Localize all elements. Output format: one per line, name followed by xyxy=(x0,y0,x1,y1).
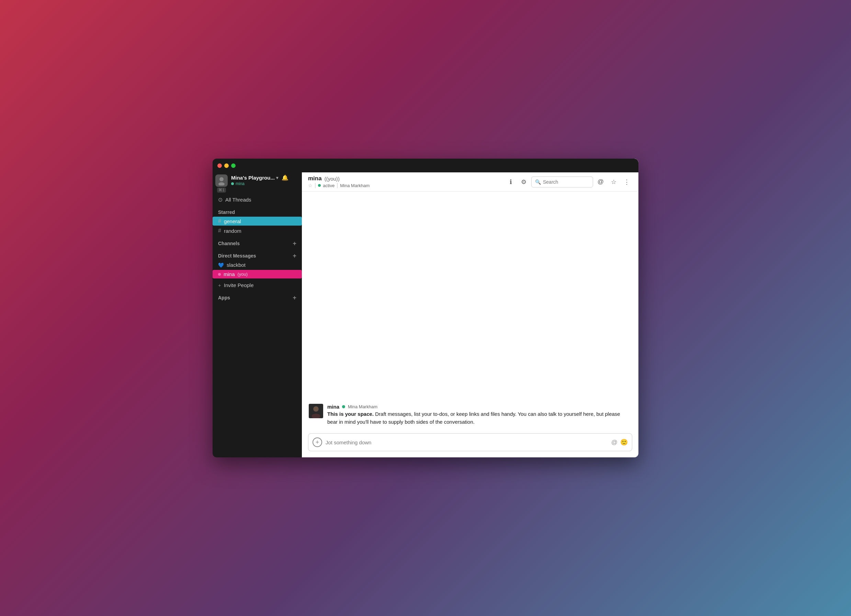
at-input-button[interactable]: @ xyxy=(611,439,618,446)
sidebar-dm-header: Direct Messages + xyxy=(213,248,302,260)
sidebar-starred-header: Starred xyxy=(213,205,302,216)
star-button[interactable]: ☆ xyxy=(608,176,619,188)
plus-invite-icon: + xyxy=(218,282,221,288)
header-star-icon[interactable]: ☆ xyxy=(308,183,313,188)
message-content: mina Mina Markham This is your space. Dr… xyxy=(327,404,631,426)
sidebar-header: ⌘1 Mina's Playgrou... ▾ 🔔 mina xyxy=(213,172,302,195)
at-icon: @ xyxy=(598,178,604,185)
sidebar-item-slackbot[interactable]: 💙 slackbot xyxy=(213,261,302,269)
header-actions: ℹ ⚙ 🔍 @ ☆ ⋮ xyxy=(505,176,632,188)
search-box[interactable]: 🔍 xyxy=(531,176,593,188)
sidebar-item-invite-people[interactable]: + Invite People xyxy=(213,281,302,290)
plus-icon: + xyxy=(316,439,319,446)
chat-name: mina xyxy=(308,175,322,182)
main-content: mina ((you)) ☆ | active | Mina Markham ℹ xyxy=(302,159,638,457)
chat-you-label: ((you)) xyxy=(325,176,340,182)
workspace-name[interactable]: Mina's Playgrou... ▾ 🔔 xyxy=(231,174,299,181)
svg-point-0 xyxy=(220,177,224,181)
sidebar: ⌘1 Mina's Playgrou... ▾ 🔔 mina ⊙ All Thr… xyxy=(213,159,302,457)
channel-hash-random: # xyxy=(218,228,221,234)
search-input[interactable] xyxy=(543,179,589,185)
avatar-image xyxy=(309,404,323,418)
info-icon: ℹ xyxy=(510,178,512,186)
message-input[interactable] xyxy=(326,440,608,445)
star-icon2: ☆ xyxy=(611,178,616,186)
avatar[interactable] xyxy=(215,174,228,187)
message-full-name: Mina Markham xyxy=(348,404,377,409)
settings-button[interactable]: ⚙ xyxy=(518,176,529,188)
chat-meta-row: ☆ | active | Mina Markham xyxy=(308,182,502,188)
workspace-info: Mina's Playgrou... ▾ 🔔 mina xyxy=(228,174,299,186)
gear-icon: ⚙ xyxy=(521,178,526,186)
author-online-dot xyxy=(342,405,345,408)
input-area: + @ 🙂 xyxy=(302,429,638,457)
sidebar-nav: ⊙ All Threads Starred # general # random… xyxy=(213,195,302,457)
message-avatar xyxy=(309,404,323,418)
add-dm-button[interactable]: + xyxy=(293,253,296,259)
maximize-button[interactable] xyxy=(231,164,236,168)
active-dot xyxy=(318,184,321,187)
add-channel-button[interactable]: + xyxy=(293,240,296,246)
input-actions: @ 🙂 xyxy=(611,439,628,446)
sidebar-channels-header: Channels + xyxy=(213,236,302,248)
more-button[interactable]: ⋮ xyxy=(621,176,632,188)
active-label: active xyxy=(323,183,334,188)
slackbot-heart-icon: 💙 xyxy=(218,262,224,268)
search-icon: 🔍 xyxy=(535,179,541,185)
messages-area: mina Mina Markham This is your space. Dr… xyxy=(302,192,638,429)
threads-icon: ⊙ xyxy=(218,197,223,203)
message-input-box: + @ 🙂 xyxy=(308,433,632,451)
sidebar-item-all-threads[interactable]: ⊙ All Threads xyxy=(213,195,302,204)
bell-icon[interactable]: 🔔 xyxy=(282,174,289,181)
more-icon: ⋮ xyxy=(624,178,630,186)
message-block: mina Mina Markham This is your space. Dr… xyxy=(309,400,631,429)
svg-point-5 xyxy=(314,407,318,411)
at-button[interactable]: @ xyxy=(595,176,606,188)
app-window: ⌘1 Mina's Playgrou... ▾ 🔔 mina ⊙ All Thr… xyxy=(213,159,638,457)
title-bar xyxy=(213,159,638,172)
mina-online-dot xyxy=(218,273,221,276)
chat-title-row: mina ((you)) xyxy=(308,175,502,182)
emoji-button[interactable]: 🙂 xyxy=(620,439,628,446)
sidebar-item-mina-you[interactable]: mina (you) xyxy=(213,270,302,278)
avatar-cmd-area: ⌘1 xyxy=(215,174,228,192)
attach-button[interactable]: + xyxy=(313,437,322,447)
message-text: This is your space. Draft messages, list… xyxy=(327,410,631,426)
user-online-dot xyxy=(231,182,234,185)
message-author-row: mina Mina Markham xyxy=(327,404,631,410)
message-author-name: mina xyxy=(327,404,339,410)
close-button[interactable] xyxy=(217,164,222,168)
workspace-user: mina xyxy=(231,181,299,186)
sidebar-item-random[interactable]: # random xyxy=(213,226,302,235)
full-name-label: Mina Markham xyxy=(340,183,370,188)
channel-hash-general: # xyxy=(218,218,221,224)
traffic-lights xyxy=(217,164,236,168)
cmd-badge: ⌘1 xyxy=(217,188,226,192)
add-app-button[interactable]: + xyxy=(293,294,296,301)
chat-title-area: mina ((you)) ☆ | active | Mina Markham xyxy=(308,175,502,188)
sidebar-item-general[interactable]: # general xyxy=(213,217,302,225)
sidebar-apps-header: Apps + xyxy=(213,290,302,302)
svg-point-1 xyxy=(218,182,225,185)
info-button[interactable]: ℹ xyxy=(505,176,516,188)
minimize-button[interactable] xyxy=(224,164,229,168)
chat-header: mina ((you)) ☆ | active | Mina Markham ℹ xyxy=(302,172,638,192)
